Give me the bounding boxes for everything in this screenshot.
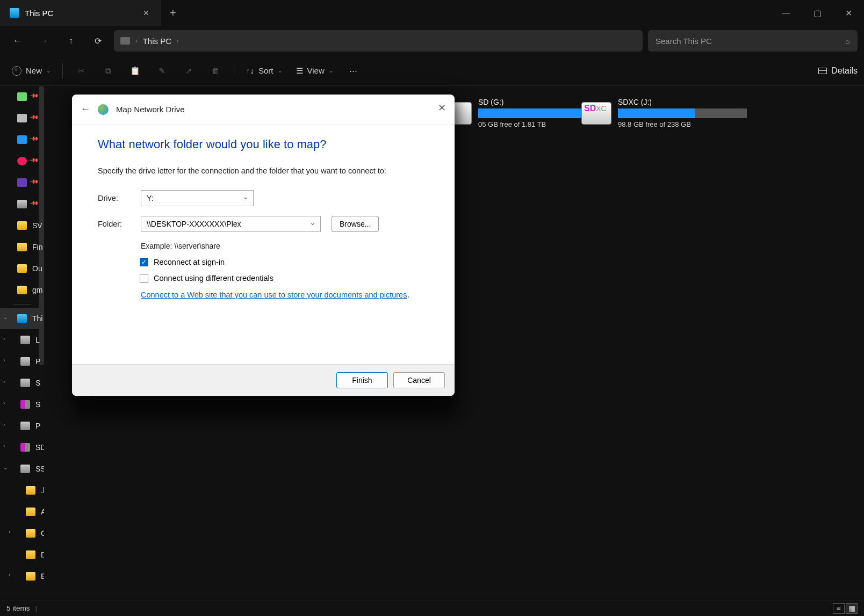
refresh-button[interactable]: ⟳ xyxy=(87,30,109,52)
chevron-right-icon[interactable]: › xyxy=(135,38,138,44)
maximize-button[interactable]: ▢ xyxy=(802,2,833,24)
drive-label: Drive: xyxy=(98,194,130,202)
sidebar-quick-item[interactable]: 📌 xyxy=(0,150,44,172)
sidebar-drive-item[interactable]: ›S xyxy=(0,372,44,394)
browse-button[interactable]: Browse... xyxy=(332,216,379,232)
statusbar: 5 items | ≡ ▦ xyxy=(0,600,864,616)
sidebar-quick-item[interactable]: 📌 xyxy=(0,172,44,193)
connect-website-link[interactable]: Connect to a Web site that you can use t… xyxy=(141,291,407,299)
sidebar-item-label: SV xyxy=(32,221,42,230)
details-view-button[interactable]: ≡ xyxy=(833,603,845,614)
chevron-down-icon[interactable]: ⌄ xyxy=(3,314,8,320)
separator: | xyxy=(35,604,38,612)
network-drive-icon xyxy=(98,104,109,115)
different-credentials-label: Connect using different credentials xyxy=(154,274,273,282)
sidebar-folder-item[interactable]: D xyxy=(0,544,44,566)
drive-tile[interactable]: SDXC (J:) 98.8 GB free of 238 GB xyxy=(581,98,747,128)
chevron-icon[interactable]: › xyxy=(9,572,10,578)
new-button[interactable]: New ⌄ xyxy=(6,60,56,82)
chevron-icon[interactable]: › xyxy=(3,422,5,427)
sidebar-item-icon xyxy=(20,443,30,452)
sidebar-item-this-pc[interactable]: ⌄ Thi xyxy=(0,308,44,329)
monitor-icon xyxy=(120,37,130,45)
more-button[interactable]: ⋯ xyxy=(342,60,365,82)
cancel-button[interactable]: Cancel xyxy=(393,372,445,388)
sidebar-quick-item[interactable]: 📌 xyxy=(0,107,44,129)
window-tab[interactable]: This PC ✕ xyxy=(0,0,161,26)
dialog-close-button[interactable]: ✕ xyxy=(438,102,446,114)
close-tab-icon[interactable]: ✕ xyxy=(141,6,152,19)
separator xyxy=(13,304,31,305)
different-credentials-checkbox-row[interactable]: Connect using different credentials xyxy=(140,274,429,282)
search-icon[interactable]: ⌕ xyxy=(845,37,850,46)
folder-path-input[interactable]: \\DESKTOP-XXXXXXX\Plex xyxy=(141,216,321,232)
reconnect-checkbox[interactable]: ✓ xyxy=(140,258,148,266)
reconnect-checkbox-row[interactable]: ✓ Reconnect at sign-in xyxy=(140,258,429,266)
sidebar-quick-item[interactable]: gm xyxy=(0,279,44,301)
sidebar-drive-item[interactable]: ›L xyxy=(0,329,44,351)
sidebar-quick-item[interactable]: Fin xyxy=(0,236,44,258)
sidebar-item-icon xyxy=(17,200,27,208)
dialog-back-button[interactable]: ← xyxy=(81,104,90,115)
dialog-subtext: Specify the drive letter for the connect… xyxy=(98,166,429,175)
finish-button[interactable]: Finish xyxy=(336,372,388,388)
chevron-icon[interactable]: › xyxy=(3,357,5,363)
tiles-view-button[interactable]: ▦ xyxy=(846,603,858,614)
chevron-icon[interactable]: ⌄ xyxy=(3,465,8,470)
sidebar-folder-item[interactable]: A xyxy=(0,501,44,523)
view-icon: ☰ xyxy=(296,66,303,76)
chevron-icon[interactable]: › xyxy=(3,443,5,449)
paste-button[interactable]: 📋 xyxy=(123,60,147,82)
delete-button[interactable]: 🗑 xyxy=(204,60,227,82)
chevron-icon[interactable]: › xyxy=(3,336,5,342)
chevron-icon[interactable]: › xyxy=(3,400,5,406)
address-bar[interactable]: › This PC › xyxy=(114,30,643,52)
details-pane-toggle[interactable]: Details xyxy=(818,66,858,76)
window-controls: — ▢ ✕ xyxy=(771,2,864,24)
different-credentials-checkbox[interactable] xyxy=(140,274,148,282)
sidebar-folder-item[interactable]: ›E xyxy=(0,566,44,587)
view-button[interactable]: ☰ View ⌄ xyxy=(291,60,339,82)
copy-button[interactable]: ⧉ xyxy=(96,60,120,82)
sidebar-quick-item[interactable]: SV xyxy=(0,215,44,236)
clipboard-icon: 📋 xyxy=(130,66,140,76)
cut-button[interactable]: ✂ xyxy=(69,60,93,82)
address-segment[interactable]: This PC xyxy=(143,37,171,46)
sidebar-item-icon xyxy=(20,465,30,473)
sidebar-quick-item[interactable]: 📌 xyxy=(0,193,44,215)
scissors-icon: ✂ xyxy=(78,66,85,76)
sidebar-drive-item[interactable]: ›S xyxy=(0,394,44,415)
search-input[interactable]: Search This PC ⌕ xyxy=(648,30,858,52)
sidebar-drive-item[interactable]: ⌄SSI xyxy=(0,458,44,480)
sidebar-quick-item[interactable]: Ou xyxy=(0,258,44,279)
reconnect-label: Reconnect at sign-in xyxy=(154,258,225,266)
sidebar-drive-item[interactable]: ›P xyxy=(0,351,44,372)
new-tab-button[interactable]: + xyxy=(161,7,185,19)
rename-button[interactable]: ✎ xyxy=(150,60,174,82)
chevron-icon[interactable]: › xyxy=(3,379,5,385)
sidebar-folder-item[interactable]: .b xyxy=(0,480,44,501)
drive-free-text: 98.8 GB free of 238 GB xyxy=(618,120,747,128)
tab-title: This PC xyxy=(25,9,135,18)
pin-icon: 📌 xyxy=(28,177,39,187)
plus-circle-icon xyxy=(12,66,21,76)
sort-button[interactable]: ↑↓ Sort ⌄ xyxy=(241,60,287,82)
sidebar-quick-item[interactable]: 📌 xyxy=(0,129,44,150)
sidebar-quick-item[interactable]: 📌 xyxy=(0,86,44,107)
sidebar-drive-item[interactable]: ›SD xyxy=(0,437,44,458)
chevron-icon[interactable]: › xyxy=(9,529,10,535)
sidebar-folder-item[interactable]: ›C xyxy=(0,523,44,544)
up-button[interactable]: ↑ xyxy=(60,30,82,52)
sidebar-item-icon xyxy=(17,243,27,251)
close-window-button[interactable]: ✕ xyxy=(833,2,864,24)
back-button[interactable]: ← xyxy=(6,30,28,52)
dialog-title: Map Network Drive xyxy=(116,105,185,114)
minimize-button[interactable]: — xyxy=(771,2,802,24)
separator xyxy=(234,63,234,78)
sidebar-drive-item[interactable]: ›P xyxy=(0,415,44,437)
forward-button[interactable]: → xyxy=(33,30,55,52)
chevron-right-icon[interactable]: › xyxy=(177,38,179,44)
folder-label: Folder: xyxy=(98,220,130,228)
share-button[interactable]: ↗ xyxy=(177,60,200,82)
drive-letter-select[interactable]: Y: xyxy=(141,190,254,206)
